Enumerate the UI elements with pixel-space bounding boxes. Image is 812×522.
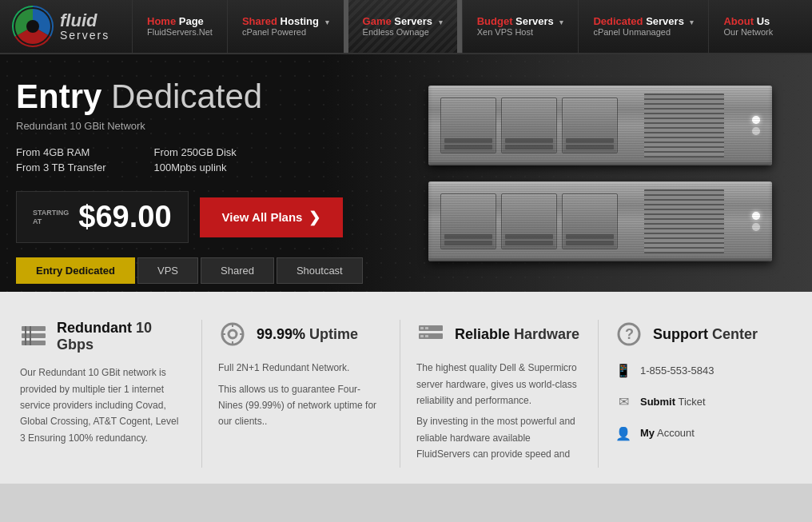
feature-uptime-text1: Full 2N+1 Redundant Network.	[218, 360, 384, 376]
support-phone-number: 1-855-553-5843	[640, 362, 714, 380]
view-plans-label: View All Plans	[222, 210, 303, 224]
feature-hardware-text2: By investing in the most powerful and re…	[416, 413, 582, 462]
nav-about-label: About Us	[723, 15, 773, 28]
nav-budget-sub: Xen VPS Host	[477, 27, 564, 38]
feature-support-title: Support Center	[653, 326, 758, 343]
server-unit-top	[428, 86, 772, 165]
server-vents	[644, 94, 724, 157]
tab-entry-dedicated[interactable]: Entry Dedicated	[16, 257, 135, 284]
drive-bar	[444, 145, 492, 149]
drive-bar	[444, 241, 492, 245]
nav-item-home[interactable]: Home Page FluidServers.Net	[132, 0, 227, 53]
logo-servers-text: Servers	[60, 30, 109, 41]
feature-network-header: Redundant 10 Gbps	[20, 320, 185, 353]
indicator-dot	[752, 127, 760, 135]
drive-bar	[505, 138, 553, 143]
svg-point-1	[26, 20, 39, 33]
feature-network-body: Our Redundant 10 GBit network is provide…	[20, 365, 185, 446]
nav-game-label: Game Servers ▾	[363, 15, 443, 28]
server-drive-6	[562, 193, 618, 249]
nav-shared-label: Shared Hosting ▾	[242, 15, 329, 28]
tab-shoutcast[interactable]: Shoutcast	[277, 257, 363, 284]
svg-point-8	[229, 330, 237, 338]
drive-bar	[444, 138, 492, 143]
hero-section: Entry Dedicated Redundant 10 GBit Networ…	[0, 54, 812, 292]
drive-bar	[566, 234, 614, 239]
server-drive-3	[562, 98, 618, 153]
tab-vps[interactable]: VPS	[137, 257, 198, 284]
svg-rect-5	[25, 326, 26, 345]
features-section: Redundant 10 Gbps Our Redundant 10 GBit …	[0, 292, 812, 483]
feature-network: Redundant 10 Gbps Our Redundant 10 GBit …	[16, 320, 201, 467]
nav-budget-label: Budget Servers ▾	[477, 15, 564, 28]
starting-line1: STARTING	[33, 209, 69, 217]
view-plans-button[interactable]: View All Plans ❯	[200, 197, 344, 237]
indicator-dot	[752, 116, 760, 124]
hero-feature-ram: From 4GB RAM	[16, 146, 105, 158]
server-indicators	[752, 116, 760, 135]
server-drive-2	[501, 98, 557, 153]
logo[interactable]: fluid Servers	[0, 0, 132, 53]
feature-uptime-title: 99.99% Uptime	[257, 326, 358, 343]
nav-home-sub: FluidServers.Net	[147, 27, 213, 38]
feature-hardware-text1: The highest quality Dell & Supermicro se…	[416, 360, 582, 408]
feature-network-title: Redundant 10 Gbps	[57, 320, 185, 353]
nav-shared-sub: cPanel Powered	[242, 27, 329, 38]
nav-game-sub: Endless Ownage	[363, 27, 443, 38]
drive-bar	[505, 241, 553, 245]
nav-item-shared[interactable]: Shared Hosting ▾ cPanel Powered	[227, 0, 344, 53]
feature-support-body: 📱 1-855-553-5843 ✉ Submit Ticket 👤 My Ac…	[615, 360, 780, 444]
nav-item-game[interactable]: Game Servers ▾ Endless Ownage	[344, 0, 462, 53]
logo-fluid-text: fluid	[60, 12, 109, 30]
server-unit-bottom	[428, 181, 772, 261]
svg-rect-6	[30, 326, 31, 345]
hero-feature-right: From 250GB Disk 100Mpbs uplink	[153, 146, 236, 173]
feature-uptime-text2: This allows us to guarantee Four-Nines (…	[218, 381, 384, 430]
feature-uptime-body: Full 2N+1 Redundant Network. This allows…	[218, 360, 384, 430]
drive-bar	[566, 241, 614, 245]
server-vents-2	[644, 189, 724, 253]
pricing-starting-label: STARTING AT	[33, 209, 69, 226]
feature-support-header: ? Support Center	[615, 320, 780, 349]
feature-hardware-header: Reliable Hardware	[416, 320, 582, 349]
hero-feature-disk: From 250GB Disk	[153, 146, 236, 158]
server-drive-4	[440, 193, 496, 249]
drive-bar	[444, 234, 492, 239]
hero-features: From 4GB RAM From 3 TB Transfer From 250…	[16, 146, 416, 173]
svg-rect-18	[425, 335, 428, 337]
network-icon	[20, 322, 47, 351]
account-icon: 👤	[615, 423, 632, 444]
support-submit[interactable]: ✉ Submit Ticket	[615, 391, 780, 412]
hero-pricing: STARTING AT $69.00 View All Plans ❯	[16, 191, 416, 243]
feature-network-text: Our Redundant 10 GBit network is provide…	[20, 365, 185, 446]
server-indicators-2	[752, 212, 760, 231]
support-submit-label: Submit Ticket	[640, 393, 706, 411]
pricing-box: STARTING AT $69.00	[16, 191, 189, 243]
indicator-dot	[752, 212, 760, 220]
svg-rect-17	[420, 335, 424, 337]
nav-item-about[interactable]: About Us Our Network	[708, 0, 787, 53]
uptime-icon	[218, 320, 247, 349]
support-account-label: My Account	[640, 424, 695, 442]
drive-bar	[566, 145, 614, 149]
nav-dedicated-label: Dedicated Servers ▾	[593, 15, 694, 28]
hero-feature-left: From 4GB RAM From 3 TB Transfer	[16, 146, 105, 173]
nav-item-budget[interactable]: Budget Servers ▾ Xen VPS Host	[462, 0, 579, 53]
feature-hardware-title: Reliable Hardware	[455, 326, 579, 343]
hero-title-thin: Dedicated	[102, 78, 262, 115]
hero-feature-uplink: 100Mpbs uplink	[153, 161, 236, 173]
server-drive-5	[501, 193, 557, 249]
hero-title-bold: Entry	[16, 78, 102, 115]
hero-title: Entry Dedicated	[16, 78, 416, 115]
tab-shared[interactable]: Shared	[201, 257, 274, 284]
phone-icon: 📱	[615, 360, 632, 381]
hero-content: Entry Dedicated Redundant 10 GBit Networ…	[16, 78, 416, 284]
feature-uptime-header: 99.99% Uptime	[218, 320, 384, 349]
nav-home-label: Home Page	[147, 15, 213, 28]
nav-item-dedicated[interactable]: Dedicated Servers ▾ cPanel Unmanaged	[578, 0, 708, 53]
server-drive-1	[440, 98, 496, 153]
feature-support: ? Support Center 📱 1-855-553-5843 ✉ Subm…	[598, 320, 796, 467]
logo-icon	[12, 6, 54, 47]
support-account[interactable]: 👤 My Account	[615, 423, 780, 444]
drive-bar	[505, 234, 553, 239]
